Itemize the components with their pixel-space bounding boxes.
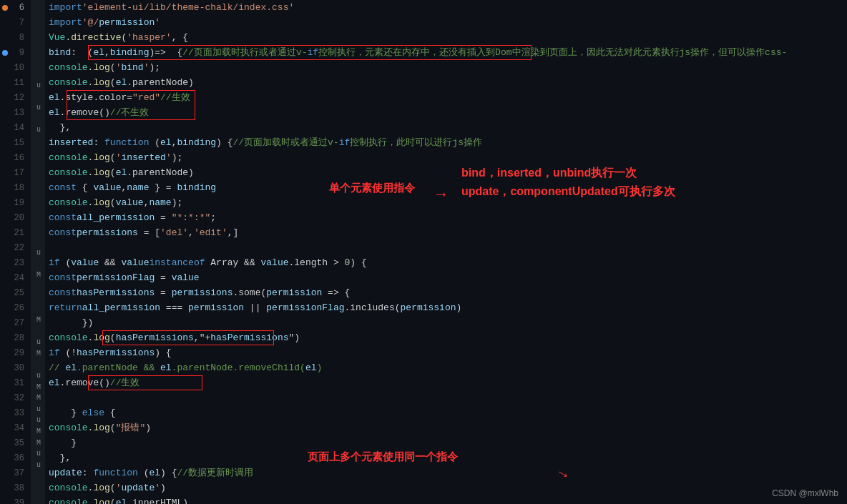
code-line: const all_permission = "*:*:*"; bbox=[49, 210, 847, 225]
line-number: 34 bbox=[0, 420, 31, 435]
sidebar-letter: u bbox=[36, 124, 41, 136]
line-number: 39 bbox=[0, 495, 31, 504]
code-line: console.log(el.parentNode) bbox=[49, 165, 847, 180]
code-line: }) bbox=[49, 315, 847, 330]
code-line: console.log('bind'); bbox=[49, 60, 847, 75]
code-line: console.log(el.innerHTML) bbox=[49, 495, 847, 504]
code-line: }, bbox=[49, 450, 847, 465]
line-number: 16 bbox=[0, 150, 31, 165]
sidebar-letter: u bbox=[36, 337, 41, 348]
sidebar-letter: M bbox=[36, 315, 41, 326]
code-line: const permissions = ['del','edit',] bbox=[49, 225, 847, 240]
line-number: 31 bbox=[0, 375, 31, 390]
line-number: 25 bbox=[0, 285, 31, 300]
sidebar-letter: u bbox=[36, 404, 41, 415]
code-line: console.log(hasPermissions,"+hasPermissi… bbox=[49, 330, 847, 345]
line-number: 9 bbox=[0, 45, 31, 60]
line-number: 19 bbox=[0, 195, 31, 210]
code-line: } bbox=[49, 435, 847, 450]
sidebar-letters: uuuuMMuMuMMuuMMuu bbox=[32, 0, 45, 504]
sidebar-letter: u bbox=[36, 102, 41, 114]
sidebar-letter: u bbox=[36, 247, 41, 259]
line-number: 36 bbox=[0, 450, 31, 465]
sidebar-letter: M bbox=[36, 437, 41, 448]
line-number: 15 bbox=[0, 135, 31, 150]
line-number: 10 bbox=[0, 60, 31, 75]
line-number: 37 bbox=[0, 465, 31, 480]
line-number: 20 bbox=[0, 210, 31, 225]
line-number: 32 bbox=[0, 390, 31, 405]
line-number: 11 bbox=[0, 75, 31, 90]
line-number: 29 bbox=[0, 345, 31, 360]
sidebar-letter: u bbox=[36, 415, 41, 426]
code-line: import '@/permission' bbox=[49, 15, 847, 30]
code-line bbox=[49, 390, 847, 405]
sidebar-letter: u bbox=[36, 370, 41, 382]
code-line: console.log('update') bbox=[49, 480, 847, 495]
line-number: 12 bbox=[0, 90, 31, 105]
line-number: 7 bbox=[0, 15, 31, 30]
line-number: 22 bbox=[0, 240, 31, 255]
code-line: const { value,name } = binding bbox=[49, 180, 847, 195]
code-line: console.log(value,name); bbox=[49, 195, 847, 210]
code-line: const permissionFlag = value bbox=[49, 270, 847, 285]
line-numbers: 6789101112131415161718192021222324252627… bbox=[0, 0, 32, 504]
gutter-dot bbox=[2, 5, 8, 11]
line-number: 28 bbox=[0, 330, 31, 345]
sidebar-letter: u bbox=[36, 460, 41, 471]
code-line: }, bbox=[49, 120, 847, 135]
editor-container: 6789101112131415161718192021222324252627… bbox=[0, 0, 847, 504]
code-area: import 'element-ui/lib/theme-chalk/index… bbox=[45, 0, 847, 504]
line-number: 27 bbox=[0, 315, 31, 330]
line-number: 14 bbox=[0, 120, 31, 135]
sidebar-letter: u bbox=[36, 448, 41, 460]
gutter-dot bbox=[2, 50, 8, 56]
sidebar-letter: M bbox=[36, 392, 41, 404]
code-line: if (!hasPermissions) { bbox=[49, 345, 847, 360]
line-number: 30 bbox=[0, 360, 31, 375]
code-line: if (value && value instanceof Array && v… bbox=[49, 255, 847, 270]
line-number: 23 bbox=[0, 255, 31, 270]
line-number: 35 bbox=[0, 435, 31, 450]
code-line bbox=[49, 240, 847, 255]
line-number: 17 bbox=[0, 165, 31, 180]
code-line: Vue.directive('hasper', { bbox=[49, 30, 847, 45]
code-line: import 'element-ui/lib/theme-chalk/index… bbox=[49, 0, 847, 15]
line-number: 13 bbox=[0, 105, 31, 120]
code-line: el.style.color="red"//生效 bbox=[49, 90, 847, 105]
sidebar-letter: M bbox=[36, 426, 41, 438]
code-line: const hasPermissions = permissions.some(… bbox=[49, 285, 847, 300]
line-number: 26 bbox=[0, 300, 31, 315]
line-number: 24 bbox=[0, 270, 31, 285]
code-line: console.log('inserted'); bbox=[49, 150, 847, 165]
code-line: } else { bbox=[49, 405, 847, 420]
line-number: 18 bbox=[0, 180, 31, 195]
line-number: 21 bbox=[0, 225, 31, 240]
line-number: 33 bbox=[0, 405, 31, 420]
sidebar-letter: M bbox=[36, 381, 41, 392]
line-number: 6 bbox=[0, 0, 31, 15]
code-line: el.remove()//不生效 bbox=[49, 105, 847, 120]
sidebar-letter: M bbox=[36, 270, 41, 281]
sidebar-letter: M bbox=[36, 347, 41, 359]
code-line: // el.parentNode && el.parentNode.remove… bbox=[49, 360, 847, 375]
annotation-arrow-1: → bbox=[436, 186, 446, 204]
watermark: CSDN @mxlWhb bbox=[772, 488, 838, 498]
code-line: el.remove()//生效 bbox=[49, 375, 847, 390]
code-line: update: function (el) {//数据更新时调用 bbox=[49, 465, 847, 480]
line-number: 8 bbox=[0, 30, 31, 45]
code-line: inserted: function (el,binding) {//页面加载时… bbox=[49, 135, 847, 150]
code-line: console.log("报错") bbox=[49, 420, 847, 435]
line-number: 38 bbox=[0, 480, 31, 495]
code-line: bind: (el,binding)=> {//页面加载时执行或者通过v-if控… bbox=[49, 45, 847, 60]
code-line: console.log(el.parentNode) bbox=[49, 75, 847, 90]
sidebar-letter: u bbox=[36, 79, 41, 91]
code-line: return all_permission === permission || … bbox=[49, 300, 847, 315]
